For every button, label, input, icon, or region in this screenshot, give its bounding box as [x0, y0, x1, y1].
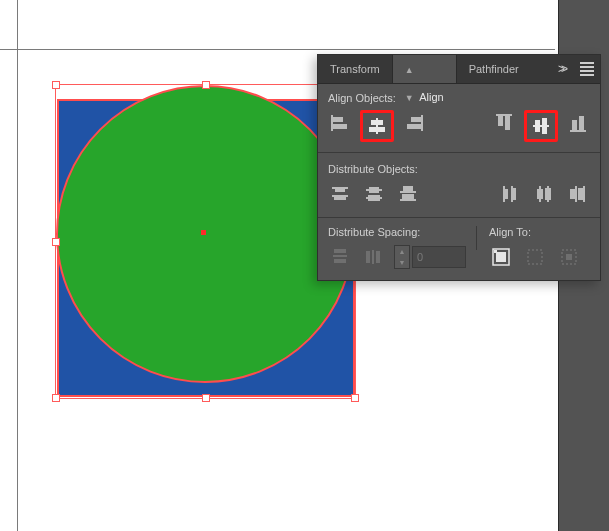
- svg-rect-23: [369, 187, 379, 193]
- menu-lines-icon: [580, 60, 594, 78]
- svg-rect-19: [335, 189, 345, 192]
- svg-rect-50: [528, 250, 542, 264]
- svg-rect-15: [570, 130, 586, 132]
- distribute-spacing-label: Distribute Spacing:: [326, 226, 466, 244]
- svg-rect-41: [578, 188, 583, 200]
- svg-rect-4: [371, 120, 383, 125]
- tab-align-label: Align: [419, 91, 443, 103]
- svg-rect-30: [503, 186, 505, 202]
- svg-rect-5: [369, 127, 385, 132]
- align-to-selection-icon: [526, 248, 544, 266]
- distribute-right-icon: [569, 184, 587, 204]
- panel-collapse-button[interactable]: >>: [548, 55, 574, 83]
- distribute-vertical-space-icon: [331, 247, 349, 267]
- horizontal-align-left-icon: [330, 114, 350, 132]
- panel-menu-button[interactable]: [574, 55, 600, 83]
- vertical-distribute-bottom-button[interactable]: [394, 181, 422, 207]
- horizontal-align-center-icon: [367, 117, 387, 135]
- vertical-align-center-button[interactable]: [524, 110, 558, 142]
- horizontal-align-left-button[interactable]: [326, 110, 354, 136]
- horizontal-distribute-right-button[interactable]: [564, 181, 592, 207]
- tab-pathfinder[interactable]: Pathfinder: [457, 55, 531, 83]
- svg-rect-33: [513, 188, 516, 200]
- distribute-horizontal-space-icon: [364, 248, 384, 266]
- distribute-horizontal-center-icon: [535, 184, 553, 204]
- align-panel: Transform ▲▼ Align Pathfinder >> Align O…: [317, 54, 601, 281]
- svg-rect-9: [496, 114, 512, 116]
- svg-rect-45: [366, 251, 370, 263]
- align-objects-row: [318, 108, 600, 150]
- horizontal-align-right-icon: [404, 114, 424, 132]
- svg-rect-27: [403, 186, 413, 191]
- svg-rect-47: [376, 251, 380, 263]
- svg-rect-39: [570, 189, 575, 199]
- panel-tab-row: Transform ▲▼ Align Pathfinder >>: [318, 55, 600, 84]
- vertical-distribute-space-button[interactable]: [326, 244, 354, 270]
- selection-handle-se[interactable]: [351, 394, 359, 402]
- svg-rect-44: [334, 259, 346, 263]
- svg-rect-49: [496, 252, 506, 262]
- svg-rect-14: [542, 118, 547, 134]
- align-to-artboard-icon: [492, 248, 510, 266]
- svg-rect-7: [411, 117, 421, 122]
- spacing-stepper[interactable]: ▲▼: [394, 245, 466, 269]
- svg-rect-21: [334, 197, 346, 200]
- svg-rect-28: [400, 199, 416, 201]
- selection-handle-n[interactable]: [202, 81, 210, 89]
- chevrons-right-icon: >>: [558, 62, 564, 76]
- vertical-distribute-center-button[interactable]: [360, 181, 388, 207]
- expand-collapse-icon: ▲▼: [405, 65, 414, 103]
- svg-rect-52: [566, 254, 572, 260]
- horizontal-align-right-button[interactable]: [400, 110, 428, 136]
- svg-rect-11: [505, 116, 510, 130]
- svg-rect-29: [402, 194, 414, 199]
- vertical-align-center-icon: [532, 116, 550, 136]
- align-to-key-object-button[interactable]: [555, 244, 583, 270]
- spacing-value-input[interactable]: [412, 246, 466, 268]
- svg-rect-43: [333, 255, 347, 257]
- selection-handle-nw[interactable]: [52, 81, 60, 89]
- selection-handle-sw[interactable]: [52, 394, 60, 402]
- horizontal-distribute-left-button[interactable]: [496, 181, 524, 207]
- svg-rect-8: [407, 124, 421, 129]
- svg-rect-26: [400, 191, 416, 193]
- vertical-align-bottom-button[interactable]: [564, 110, 592, 136]
- svg-rect-16: [572, 120, 577, 130]
- vertical-align-top-icon: [495, 113, 513, 133]
- svg-rect-18: [332, 187, 348, 189]
- vertical-align-top-button[interactable]: [490, 110, 518, 136]
- svg-rect-13: [535, 120, 540, 132]
- distribute-vertical-center-icon: [364, 185, 384, 203]
- align-objects-label: Align Objects:: [318, 84, 600, 108]
- svg-rect-20: [332, 195, 348, 197]
- horizontal-distribute-center-button[interactable]: [530, 181, 558, 207]
- tab-transform[interactable]: Transform: [318, 55, 392, 83]
- artboard-edge-left: [17, 0, 18, 531]
- svg-rect-40: [583, 186, 585, 202]
- distribute-top-icon: [330, 185, 350, 203]
- horizontal-align-center-button[interactable]: [360, 110, 394, 142]
- distribute-objects-label: Distribute Objects:: [318, 155, 600, 179]
- svg-rect-1: [333, 117, 343, 122]
- svg-rect-38: [575, 186, 577, 202]
- align-to-key-object-icon: [560, 248, 578, 266]
- vertical-distribute-top-button[interactable]: [326, 181, 354, 207]
- selection-handle-s[interactable]: [202, 394, 210, 402]
- svg-rect-25: [368, 195, 380, 201]
- align-to-selection-button[interactable]: [521, 244, 549, 270]
- svg-rect-46: [372, 250, 374, 264]
- selection-handle-w[interactable]: [52, 238, 60, 246]
- distribute-objects-row: [318, 179, 600, 215]
- align-to-artboard-button[interactable]: [487, 244, 515, 270]
- artboard-edge-top: [0, 49, 555, 50]
- stepper-arrows-icon[interactable]: ▲▼: [394, 245, 410, 269]
- selection-bounding-box[interactable]: [55, 84, 356, 399]
- svg-rect-31: [505, 189, 508, 199]
- align-to-label: Align To:: [487, 226, 592, 244]
- svg-rect-32: [511, 186, 513, 202]
- distribute-left-icon: [501, 184, 519, 204]
- horizontal-distribute-space-button[interactable]: [360, 244, 388, 270]
- svg-rect-10: [498, 116, 503, 126]
- svg-rect-2: [333, 124, 347, 129]
- tab-align[interactable]: ▲▼ Align: [393, 55, 456, 83]
